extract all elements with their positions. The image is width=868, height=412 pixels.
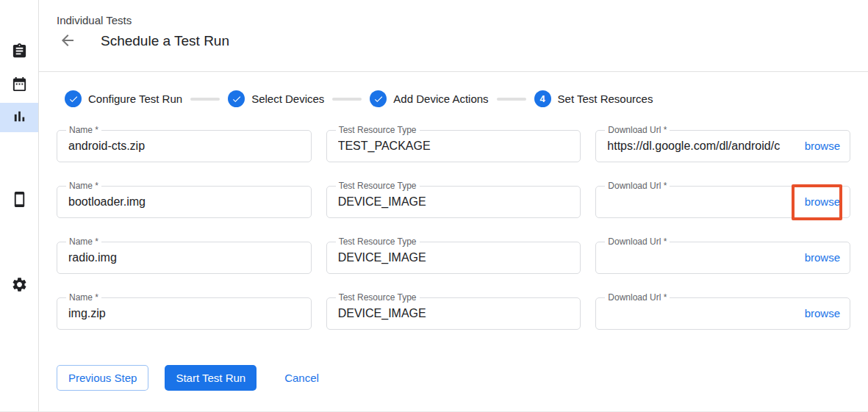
name-field[interactable]: Name * radio.img [57,242,312,274]
check-icon [232,94,242,104]
page-title: Schedule a Test Run [101,33,229,49]
name-field[interactable]: Name * img.zip [57,297,312,330]
app-window: Individual Tests Schedule a Test Run 1 C… [0,0,868,412]
stepper-step[interactable]: 2 Select Devices [182,90,324,107]
download-url-field-label: Download Url * [605,236,670,247]
sidebar-item-tests[interactable] [0,37,38,67]
breadcrumb: Individual Tests [57,14,132,26]
clipboard-icon [11,43,28,62]
step-number: 4 [539,93,545,104]
previous-step-button[interactable]: Previous Step [57,365,148,391]
name-field-value[interactable]: radio.img [68,242,302,272]
step-label: Add Device Actions [393,93,488,105]
name-field-value[interactable]: android-cts.zip [68,131,302,161]
download-url-field[interactable]: Download Url * browse [595,297,850,330]
step-label: Configure Test Run [88,93,182,105]
resource-type-field-value[interactable]: DEVICE_IMAGE [338,242,572,272]
stepper-step[interactable]: 1 Configure Test Run [65,90,182,107]
gear-icon [11,276,28,296]
download-url-field[interactable]: Download Url * https://dl.google.com/dl/… [595,130,850,162]
download-url-field[interactable]: Download Url * browse [595,242,850,274]
resource-type-field[interactable]: Test Resource Type TEST_PACKAGE [326,130,581,162]
sidebar [0,0,39,411]
name-field[interactable]: Name * android-cts.zip [57,130,312,162]
resource-type-field[interactable]: Test Resource Type DEVICE_IMAGE [326,297,581,330]
step-label: Set Test Resources [558,93,653,105]
form-actions: Previous Step Start Test Run Cancel [57,365,319,391]
stepper-step[interactable]: 4 Set Test Resources [489,90,653,107]
browse-button[interactable]: browse [805,242,840,272]
browse-button[interactable]: browse [805,131,840,161]
name-field[interactable]: Name * bootloader.img [57,186,312,218]
calendar-icon [11,76,28,95]
resource-type-field-value[interactable]: TEST_PACKAGE [338,131,572,161]
sidebar-item-settings[interactable] [0,271,38,300]
name-field-value[interactable]: bootloader.img [68,187,302,217]
download-url-field-label: Download Url * [605,292,670,303]
arrow-back-icon [59,32,76,52]
name-field-value[interactable]: img.zip [68,298,302,328]
start-test-run-button[interactable]: Start Test Run [165,365,257,391]
bar-chart-icon [11,108,28,128]
test-resources-form: Name * android-cts.zip Test Resource Typ… [57,130,850,330]
browse-button[interactable]: browse [805,187,840,217]
step-indicator: 4 [534,90,551,107]
resource-type-field[interactable]: Test Resource Type DEVICE_IMAGE [326,242,581,274]
main-content: Individual Tests Schedule a Test Run 1 C… [39,0,868,411]
step-connector [332,98,362,101]
download-url-field[interactable]: Download Url * browse [595,186,850,218]
step-indicator: 3 [370,90,387,107]
step-label: Select Devices [251,93,324,105]
header-divider [39,71,868,72]
stepper: 1 Configure Test Run 2 Select Devices 3 … [65,90,653,107]
resource-type-field-value[interactable]: DEVICE_IMAGE [338,298,572,328]
stepper-step[interactable]: 3 Add Device Actions [324,90,488,107]
step-indicator: 1 [65,90,82,107]
sidebar-item-results[interactable] [0,103,38,132]
download-url-field-label: Download Url * [605,181,670,191]
resource-type-field-value[interactable]: DEVICE_IMAGE [338,187,572,217]
check-icon [373,94,384,104]
step-indicator: 2 [228,90,245,107]
cancel-button[interactable]: Cancel [284,365,319,391]
check-icon [68,94,79,104]
resource-type-field[interactable]: Test Resource Type DEVICE_IMAGE [326,186,581,218]
back-button[interactable] [59,33,76,51]
sidebar-item-schedule[interactable] [0,71,38,100]
step-connector [190,98,220,101]
step-connector [497,98,526,101]
download-url-field-value[interactable]: https://dl.google.com/dl/android/c [607,131,794,161]
browse-button[interactable]: browse [805,298,840,328]
phone-icon [11,191,28,211]
sidebar-item-devices[interactable] [0,186,38,215]
